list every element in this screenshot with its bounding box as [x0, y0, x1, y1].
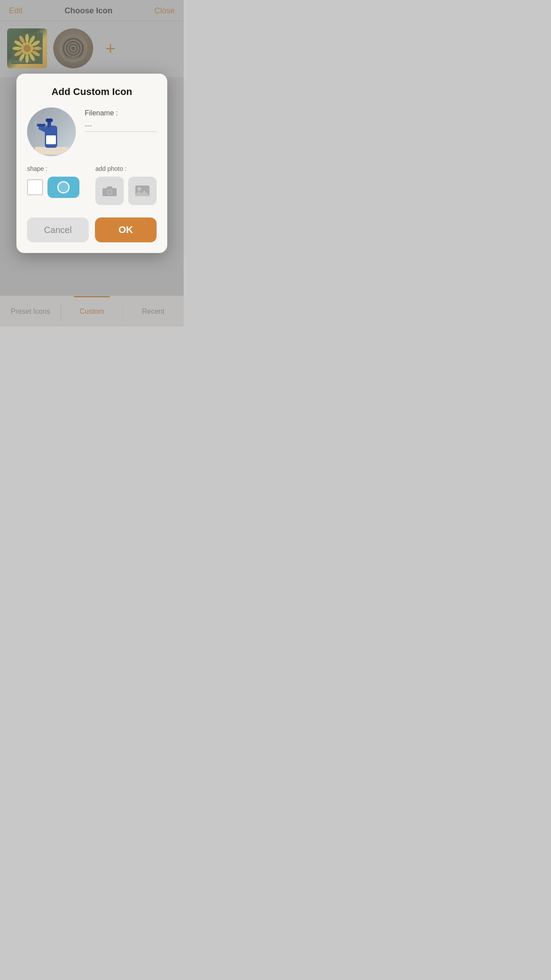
gallery-button[interactable] — [128, 177, 157, 205]
photo-options — [95, 177, 157, 205]
cancel-button[interactable]: Cancel — [27, 217, 89, 242]
filename-label: Filename : — [85, 109, 157, 117]
ok-button[interactable]: OK — [95, 217, 157, 242]
shape-circle-option[interactable] — [47, 177, 79, 198]
shape-options — [27, 177, 87, 198]
action-row: Cancel OK — [27, 217, 157, 242]
gallery-icon — [134, 183, 150, 199]
modal-top-row: Filename : --- — [27, 107, 157, 156]
icon-preview — [27, 107, 76, 156]
svg-rect-28 — [46, 119, 53, 122]
shape-label: shape : — [27, 165, 87, 172]
svg-rect-26 — [37, 124, 46, 126]
svg-point-35 — [138, 187, 141, 191]
svg-point-33 — [108, 190, 111, 194]
svg-rect-25 — [46, 135, 56, 144]
svg-line-31 — [35, 119, 36, 122]
circle-shape-icon — [57, 181, 70, 194]
modal-title: Add Custom Icon — [27, 86, 157, 98]
filename-area: Filename : --- — [85, 107, 157, 132]
add-custom-icon-modal: Add Custom Icon — [16, 74, 167, 253]
filename-value: --- — [85, 122, 157, 132]
camera-icon — [102, 183, 118, 199]
camera-button[interactable] — [95, 177, 124, 205]
shape-square-option[interactable] — [27, 179, 43, 195]
options-row: shape : add photo : — [27, 165, 157, 205]
shape-section: shape : — [27, 165, 87, 198]
photo-section: add photo : — [95, 165, 157, 205]
svg-rect-23 — [35, 147, 68, 154]
add-photo-label: add photo : — [95, 165, 157, 172]
